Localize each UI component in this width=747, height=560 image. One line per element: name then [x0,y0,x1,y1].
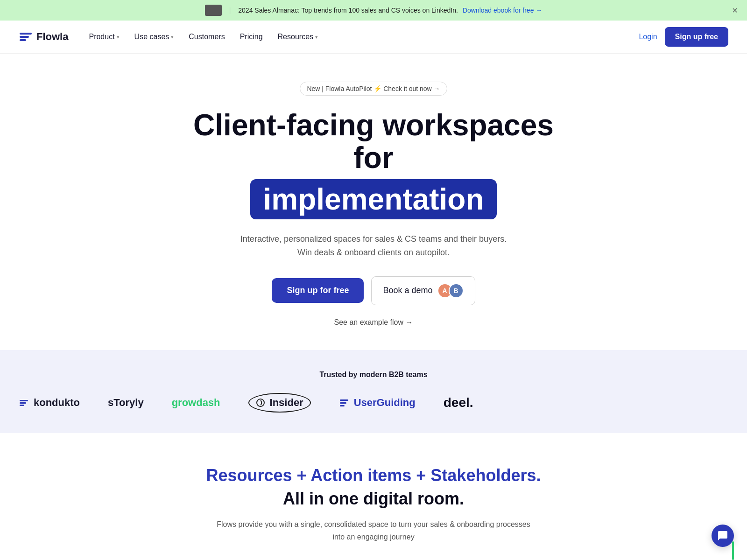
svg-rect-7 [340,399,348,401]
resources-desc: Flows provide you with a single, consoli… [210,518,537,543]
demo-avatars: A B [437,283,464,298]
nav-item-usecases[interactable]: Use cases ▾ [128,29,181,45]
trusted-section: Trusted by modern B2B teams kondukto sTo… [0,350,747,433]
svg-rect-8 [340,402,346,404]
nav-item-customers[interactable]: Customers [182,29,231,45]
resources-title-colored: Resources + Action items + Stakeholders. [9,466,738,485]
banner-divider: | [229,7,231,14]
svg-rect-3 [20,400,28,401]
hero-title-line1: Client-facing workspaces for [173,109,574,175]
logo-text: Flowla [36,31,68,43]
hero-subtitle: Interactive, personalized spaces for sal… [173,232,574,259]
logo-insider: Insider [248,393,311,413]
hero-section: New | Flowla AutoPilot ⚡ Check it out no… [163,54,584,350]
top-banner: | 2024 Sales Almanac: Top trends from 10… [0,0,747,21]
banner-close-button[interactable]: × [732,5,738,16]
chevron-down-icon: ▾ [315,34,318,40]
new-badge[interactable]: New | Flowla AutoPilot ⚡ Check it out no… [300,82,447,96]
svg-rect-2 [20,39,26,41]
hero-demo-button[interactable]: Book a demo A B [371,276,475,305]
svg-rect-5 [20,405,24,406]
svg-rect-4 [20,402,26,404]
hero-buttons: Sign up for free Book a demo A B [173,276,574,305]
logo-icon [19,30,33,44]
nav-item-resources[interactable]: Resources ▾ [271,29,324,45]
logo[interactable]: Flowla [19,30,68,44]
svg-rect-1 [20,36,29,38]
signup-button[interactable]: Sign up free [665,27,728,47]
chevron-down-icon: ▾ [171,34,174,40]
svg-rect-9 [340,405,345,406]
nav-item-pricing[interactable]: Pricing [233,29,269,45]
banner-text: 2024 Sales Almanac: Top trends from 100 … [238,7,458,14]
chat-button[interactable] [712,525,734,547]
logo-userguiding: UserGuiding [339,397,416,409]
trusted-title: Trusted by modern B2B teams [0,371,747,379]
bottom-indicator [732,541,734,557]
hero-title-highlight: implementation [250,179,497,219]
logo-deel: deel. [444,395,473,410]
nav-item-product[interactable]: Product ▾ [82,29,126,45]
logo-storyly: sToryly [108,397,144,409]
navbar: Flowla Product ▾ Use cases ▾ Customers P… [0,21,747,54]
logo-kondukto: kondukto [19,397,80,409]
growdash-name: growdash [172,397,220,409]
svg-point-6 [257,399,264,406]
kondukto-name: kondukto [34,397,80,409]
login-button[interactable]: Login [639,33,657,41]
chevron-down-icon: ▾ [117,34,120,40]
book-icon [205,5,222,16]
storyly-name: sToryly [108,397,144,409]
logo-growdash: growdash [172,397,220,409]
nav-actions: Login Sign up free [639,27,728,47]
banner-link[interactable]: Download ebook for free → [463,7,542,14]
logos-row: kondukto sToryly growdash Insider UserGu… [0,393,747,413]
svg-rect-0 [20,33,32,35]
example-flow-link[interactable]: See an example flow → [334,318,413,327]
resources-section: Resources + Action items + Stakeholders.… [0,433,747,557]
deel-name: deel. [444,395,473,410]
hero-signup-button[interactable]: Sign up for free [272,278,364,303]
userguiding-name: UserGuiding [354,397,416,409]
nav-links: Product ▾ Use cases ▾ Customers Pricing … [82,29,639,45]
insider-name: Insider [270,397,303,409]
resources-title-dark: All in one digital room. [9,489,738,509]
avatar: B [449,283,464,298]
